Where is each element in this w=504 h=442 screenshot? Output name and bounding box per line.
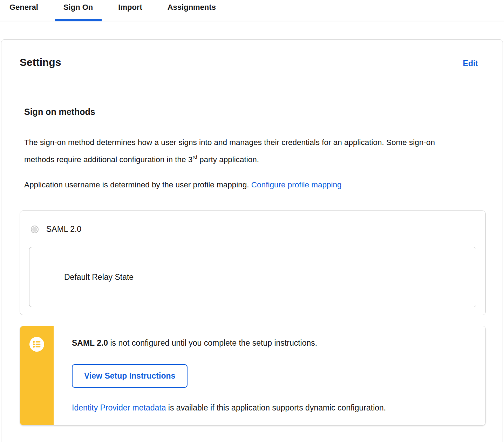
banner-accent-strip — [20, 326, 54, 425]
sign-on-method-description: The sign-on method determines how a user… — [24, 134, 450, 168]
username-mapping-text: Application username is determined by th… — [24, 180, 251, 189]
card-header: Settings Edit — [1, 40, 503, 69]
tab-bar: General Sign On Import Assignments — [0, 0, 504, 21]
saml-radio-label: SAML 2.0 — [46, 225, 81, 234]
tab-assignments[interactable]: Assignments — [168, 3, 216, 21]
banner-footer-text: is available if this application support… — [166, 403, 386, 412]
sign-on-methods-heading: Sign on methods — [24, 106, 482, 117]
banner-message: SAML 2.0 is not configured until you com… — [72, 338, 471, 348]
setup-warning-banner: SAML 2.0 is not configured until you com… — [20, 326, 486, 426]
page-title: Settings — [20, 56, 61, 69]
edit-link[interactable]: Edit — [463, 59, 478, 68]
default-relay-state-box: Default Relay State — [29, 247, 476, 307]
tab-general[interactable]: General — [9, 3, 38, 21]
ordinal-superscript: rd — [192, 154, 197, 160]
settings-card: Settings Edit Sign on methods The sign-o… — [1, 39, 503, 442]
banner-message-text: is not configured until you complete the… — [108, 338, 317, 347]
configure-profile-mapping-link[interactable]: Configure profile mapping — [251, 180, 342, 189]
banner-content: SAML 2.0 is not configured until you com… — [54, 326, 485, 425]
saml-method-box: SAML 2.0 Default Relay State — [20, 210, 486, 315]
identity-provider-metadata-link[interactable]: Identity Provider metadata — [72, 403, 166, 412]
tab-sign-on[interactable]: Sign On — [63, 3, 93, 21]
saml-radio-button — [31, 226, 39, 233]
saml-radio-row: SAML 2.0 — [29, 225, 476, 234]
banner-message-strong: SAML 2.0 — [72, 338, 108, 347]
banner-footer: Identity Provider metadata is available … — [72, 402, 471, 413]
view-setup-instructions-button[interactable]: View Setup Instructions — [72, 364, 188, 388]
list-icon — [29, 337, 44, 352]
tab-import[interactable]: Import — [118, 3, 142, 21]
username-mapping-description: Application username is determined by th… — [24, 176, 450, 193]
description-text-end: party application. — [197, 155, 259, 164]
default-relay-state-label: Default Relay State — [64, 272, 134, 282]
